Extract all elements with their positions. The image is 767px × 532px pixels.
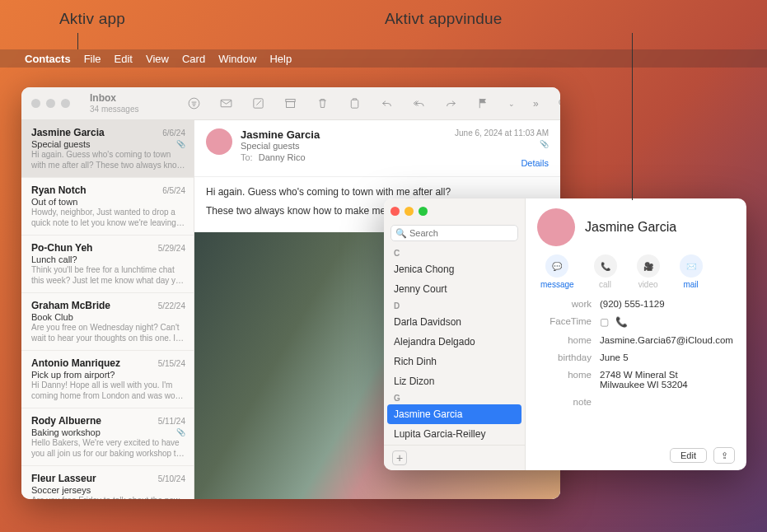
search-icon[interactable] [557, 96, 560, 110]
message-list-item[interactable]: Fleur Lasseur5/10/24 Soccer jerseys Are … [21, 466, 194, 499]
minimize-button[interactable] [405, 207, 414, 216]
message-list-item[interactable]: Antonio Manriquez5/15/24 Pick up from ai… [21, 351, 194, 408]
mailbox-title: Inbox 34 messages [90, 93, 180, 113]
filter-icon[interactable] [187, 96, 201, 110]
details-button[interactable]: Details [455, 158, 549, 168]
menu-edit[interactable]: Edit [115, 53, 133, 65]
search-icon: 🔍 [395, 228, 407, 239]
reply-icon[interactable] [380, 96, 394, 110]
field-value-home-email[interactable]: Jasmine.Garcia67@iCloud.com [600, 335, 735, 345]
facetime-icons: ▢📞 [600, 316, 735, 328]
msg-subject: Book Club [31, 312, 73, 322]
message-list-item[interactable]: Ryan Notch6/5/24 Out of town Howdy, neig… [21, 178, 194, 236]
zoom-button[interactable] [61, 99, 70, 108]
video-action[interactable]: 🎥video [637, 254, 660, 289]
action-label: call [599, 280, 611, 289]
callout-label: Aktiv app [59, 10, 125, 27]
menubar: Contacts File Edit View Card Window Help [0, 49, 767, 68]
svg-rect-5 [351, 100, 358, 108]
field-label-birthday: birthday [537, 352, 592, 362]
mail-toolbar-icons: ⌄ » [187, 96, 560, 110]
envelope-icon[interactable] [219, 96, 233, 110]
field-label-home-address: home [537, 370, 592, 380]
add-contact-row: + [384, 445, 525, 470]
minimize-button[interactable] [46, 99, 55, 108]
callout-label: Aktivt appvindue [385, 10, 503, 27]
close-button[interactable] [391, 207, 400, 216]
msg-preview: Think you'll be free for a lunchtime cha… [31, 265, 185, 286]
msg-date: 5/22/24 [158, 301, 185, 310]
callout-active-app: Aktiv app [59, 10, 125, 28]
message-list[interactable]: Jasmine Garcia6/6/24 Special guests📎 Hi … [21, 120, 194, 499]
message-action[interactable]: 💬message [540, 254, 574, 289]
field-label-home-email: home [537, 335, 592, 345]
archive-icon[interactable] [283, 96, 297, 110]
msg-from: Antonio Manriquez [31, 357, 120, 369]
message-count: 34 messages [90, 105, 180, 114]
contacts-list-item[interactable]: Jenica Chong [384, 259, 525, 279]
msg-date: 5/11/24 [158, 417, 185, 426]
contacts-list[interactable]: CJenica ChongJenny CourtDDarla DavidsonA… [384, 246, 525, 445]
menu-view[interactable]: View [146, 53, 169, 65]
to-value: Danny Rico [259, 152, 306, 162]
forward-icon[interactable] [444, 96, 458, 110]
message-list-item[interactable]: Graham McBride5/22/24 Book Club Are you … [21, 293, 194, 351]
trash-icon[interactable] [316, 96, 330, 110]
menu-card[interactable]: Card [182, 53, 205, 65]
msg-from: Graham McBride [31, 300, 110, 311]
message-list-item[interactable]: Po-Chun Yeh5/29/24 Lunch call? Think you… [21, 236, 194, 293]
contacts-list-item[interactable]: Rich Dinh [384, 352, 525, 371]
chevron-down-icon[interactable]: ⌄ [508, 100, 515, 108]
flag-icon[interactable] [476, 96, 490, 110]
svg-point-6 [559, 99, 560, 105]
field-value-home-address[interactable]: 2748 W Mineral St Milwaukee WI 53204 [600, 370, 735, 390]
compose-icon[interactable] [251, 96, 265, 110]
msg-subject: Special guests [31, 139, 91, 149]
sender-avatar[interactable] [206, 128, 232, 155]
contacts-list-item[interactable]: Lupita Garcia-Reilley [384, 424, 525, 444]
reader-to: To: Danny Rico [241, 152, 447, 162]
msg-subject: Pick up from airport? [31, 370, 115, 380]
facetime-video-icon[interactable]: ▢ [600, 316, 609, 328]
more-icon[interactable]: » [533, 98, 539, 110]
contact-bottom-bar: Edit ⇪ [537, 447, 735, 464]
msg-from: Po-Chun Yeh [31, 242, 92, 254]
mail-action[interactable]: ✉️mail [680, 254, 703, 289]
inbox-label: Inbox [90, 93, 180, 104]
contacts-list-item[interactable]: Liz Dizon [384, 371, 525, 391]
callout-active-window: Aktivt appvindue [385, 10, 503, 28]
share-button[interactable]: ⇪ [713, 447, 735, 464]
msg-preview: Hi again. Guess who's coming to town wit… [31, 150, 185, 170]
menubar-app-name[interactable]: Contacts [25, 53, 71, 65]
search-input[interactable] [391, 225, 518, 241]
menu-window[interactable]: Window [218, 53, 256, 65]
close-button[interactable] [31, 99, 40, 108]
edit-button[interactable]: Edit [670, 448, 707, 463]
field-value-work-phone[interactable]: (920) 555-1129 [600, 299, 735, 309]
reply-all-icon[interactable] [412, 96, 426, 110]
menu-file[interactable]: File [84, 53, 101, 65]
menu-help[interactable]: Help [269, 53, 292, 65]
msg-date: 5/29/24 [158, 244, 185, 253]
contacts-list-item[interactable]: Jenny Court [384, 279, 525, 299]
contacts-list-item[interactable]: Darla Davidson [384, 312, 525, 332]
contacts-search: 🔍 [391, 225, 518, 241]
contact-avatar[interactable] [537, 208, 575, 246]
message-list-item[interactable]: Rody Albuerne5/11/24 Baking workshop📎 He… [21, 408, 194, 466]
action-label: video [638, 280, 658, 289]
contacts-sidebar: 🔍 CJenica ChongJenny CourtDDarla Davidso… [384, 198, 526, 470]
contact-actions: 💬message 📞call 🎥video ✉️mail [537, 254, 735, 289]
to-label: To: [241, 152, 253, 162]
contacts-list-item[interactable]: Alejandra Delgado [384, 332, 525, 352]
message-list-item[interactable]: Jasmine Garcia6/6/24 Special guests📎 Hi … [21, 120, 194, 178]
facetime-audio-icon[interactable]: 📞 [615, 316, 628, 328]
contacts-section-header: G [384, 391, 525, 404]
attachment-icon: 📎 [176, 140, 185, 148]
junk-icon[interactable] [348, 96, 362, 110]
call-action[interactable]: 📞call [594, 254, 617, 289]
msg-from: Ryan Notch [31, 184, 87, 196]
zoom-button[interactable] [419, 207, 428, 216]
add-contact-button[interactable]: + [392, 450, 407, 465]
attachment-icon: 📎 [176, 428, 185, 436]
contacts-list-item[interactable]: Jasmine Garcia [387, 404, 521, 424]
